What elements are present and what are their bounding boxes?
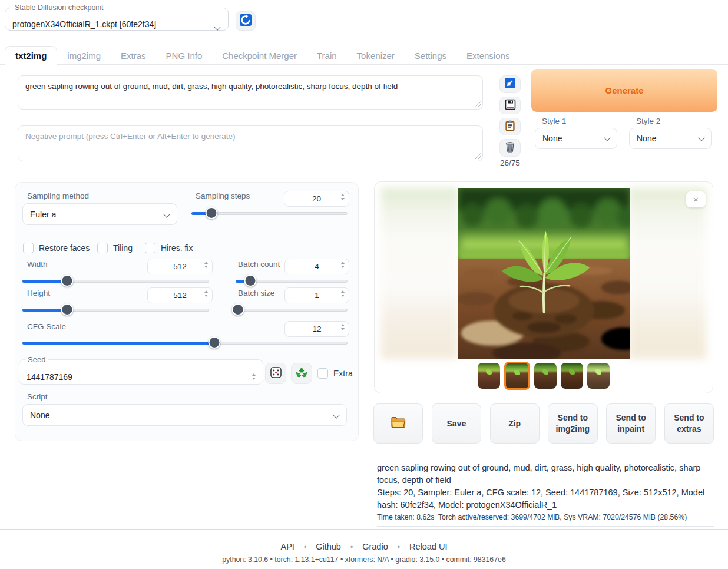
bullet-separator: • — [350, 543, 353, 551]
floppy-disk-icon — [505, 99, 516, 113]
footer-link-reload-ui[interactable]: Reload UI — [409, 542, 447, 551]
tab-extensions[interactable]: Extensions — [456, 47, 519, 65]
tiling-label: Tiling — [113, 243, 133, 253]
height-slider[interactable] — [22, 303, 209, 316]
checkbox-icon[interactable] — [97, 243, 108, 253]
send-to-extras-button[interactable]: Send to extras — [664, 403, 714, 444]
cfg-scale-input[interactable]: 12 — [284, 321, 349, 337]
generate-button[interactable]: Generate — [531, 69, 717, 112]
extra-seed-checkbox[interactable]: Extra — [317, 368, 353, 379]
thumbnail-2-selected[interactable] — [504, 362, 530, 390]
prompt-input[interactable]: green sapling rowing out of ground, mud,… — [18, 75, 483, 110]
apply-style-button[interactable] — [499, 118, 521, 135]
chevron-down-icon — [698, 134, 704, 141]
number-spinner[interactable] — [341, 262, 345, 268]
style2-dropdown[interactable]: None — [629, 128, 712, 149]
zip-button[interactable]: Zip — [490, 403, 540, 444]
reuse-seed-button[interactable] — [291, 363, 312, 384]
number-spinner[interactable] — [204, 290, 208, 297]
sampling-steps-slider[interactable] — [191, 207, 348, 220]
save-button[interactable]: Save — [432, 403, 481, 444]
tab-img2img[interactable]: img2img — [57, 47, 111, 65]
read-generation-params-button[interactable] — [499, 75, 521, 93]
token-counter: 26/75 — [497, 158, 523, 167]
generated-image[interactable] — [458, 188, 630, 359]
close-icon: × — [693, 194, 699, 204]
save-style-button[interactable] — [499, 97, 521, 114]
height-input[interactable]: 512 — [147, 287, 213, 303]
style1-value: None — [542, 134, 562, 143]
send-to-inpaint-button[interactable]: Send to inpaint — [606, 403, 656, 444]
thumbnail-3[interactable] — [534, 363, 557, 389]
batch-count-value: 4 — [315, 262, 319, 271]
resize-grip-icon[interactable] — [475, 101, 481, 107]
gallery-blur-left — [381, 188, 458, 359]
footer-links: API • Github • Gradio • Reload UI — [0, 542, 728, 551]
number-spinner[interactable] — [252, 373, 256, 380]
thumbnail-strip — [375, 362, 713, 390]
negative-prompt-input[interactable]: Negative prompt (press Ctrl+Enter or Alt… — [18, 125, 483, 161]
tiling-checkbox[interactable]: Tiling — [97, 243, 133, 253]
batch-size-input[interactable]: 1 — [284, 287, 349, 303]
footer-link-api[interactable]: API — [281, 542, 294, 551]
width-input[interactable]: 512 — [147, 259, 213, 274]
number-spinner[interactable] — [204, 262, 208, 268]
tab-tokenizer[interactable]: Tokenizer — [347, 47, 405, 65]
height-value: 512 — [173, 291, 187, 300]
number-spinner[interactable] — [341, 194, 345, 200]
tab-checkpoint-merger[interactable]: Checkpoint Merger — [212, 47, 307, 65]
tab-settings[interactable]: Settings — [405, 47, 456, 65]
hires-fix-checkbox[interactable]: Hires. fix — [145, 243, 193, 253]
width-slider[interactable] — [22, 274, 209, 287]
checkbox-icon[interactable] — [317, 368, 328, 379]
style1-dropdown[interactable]: None — [535, 128, 617, 149]
tab-bar: txt2img img2img Extras PNG Info Checkpoi… — [5, 45, 519, 65]
cfg-scale-slider[interactable] — [22, 336, 348, 349]
prompt-text: green sapling rowing out of ground, mud,… — [25, 82, 398, 91]
checkbox-icon[interactable] — [145, 243, 155, 253]
footer-link-github[interactable]: Github — [316, 542, 341, 551]
seed-value: 1441787169 — [27, 372, 72, 382]
restore-faces-label: Restore faces — [39, 243, 90, 253]
seed-input[interactable]: Seed 1441787169 — [19, 355, 263, 385]
sampling-method-dropdown[interactable]: Euler a — [22, 203, 177, 225]
tab-train[interactable]: Train — [307, 47, 347, 65]
sampling-steps-input[interactable]: 20 — [284, 191, 349, 207]
cfg-scale-value: 12 — [312, 325, 321, 333]
clear-prompt-button[interactable] — [499, 139, 521, 157]
batch-count-slider[interactable] — [236, 274, 348, 287]
generation-info: green sapling rowing out of ground, mud,… — [377, 462, 714, 527]
chevron-down-icon — [604, 134, 610, 141]
seed-label: Seed — [25, 355, 48, 364]
send-to-img2img-button[interactable]: Send to img2img — [548, 403, 597, 444]
batch-size-slider[interactable] — [236, 303, 348, 316]
script-label: Script — [27, 392, 48, 401]
sd-webui: Stable Diffusion checkpoint protogenX34O… — [0, 0, 728, 569]
footer-link-gradio[interactable]: Gradio — [362, 542, 388, 551]
bullet-separator: • — [398, 543, 400, 551]
resize-grip-icon[interactable] — [475, 153, 481, 159]
restore-faces-checkbox[interactable]: Restore faces — [23, 243, 90, 253]
open-folder-button[interactable] — [373, 403, 423, 444]
tab-extras[interactable]: Extras — [111, 47, 156, 65]
batch-count-input[interactable]: 4 — [284, 259, 349, 274]
close-gallery-button[interactable]: × — [686, 191, 706, 207]
script-dropdown[interactable]: None — [22, 404, 347, 426]
checkpoint-dropdown[interactable]: Stable Diffusion checkpoint protogenX34O… — [5, 4, 229, 31]
thumbnail-4[interactable] — [561, 363, 583, 389]
batch-size-label: Batch size — [238, 289, 274, 297]
thumbnail-5[interactable] — [587, 363, 610, 389]
clipboard-icon — [505, 120, 515, 134]
bullet-separator: • — [304, 543, 306, 551]
chevron-down-icon — [215, 21, 220, 32]
checkbox-icon[interactable] — [23, 243, 34, 253]
tab-txt2img[interactable]: txt2img — [5, 46, 57, 65]
thumbnail-1[interactable] — [478, 363, 500, 389]
number-spinner[interactable] — [341, 290, 345, 297]
sampling-method-label: Sampling method — [27, 191, 89, 200]
random-seed-button[interactable] — [265, 363, 286, 384]
refresh-checkpoint-button[interactable] — [236, 11, 256, 31]
number-spinner[interactable] — [341, 324, 345, 330]
tab-png-info[interactable]: PNG Info — [156, 47, 213, 65]
checkpoint-label: Stable Diffusion checkpoint — [12, 4, 106, 12]
